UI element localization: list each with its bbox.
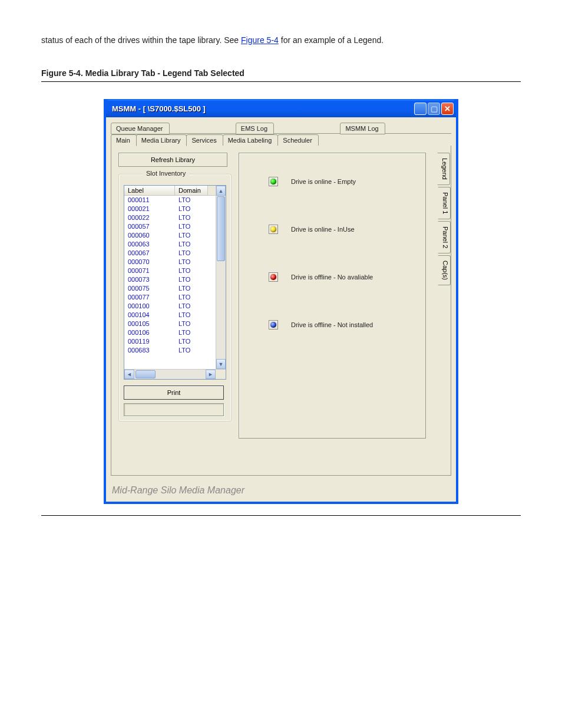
table-row[interactable]: 000022LTO (124, 213, 226, 222)
cell-label: 000100 (124, 302, 175, 311)
cell-domain: LTO (175, 205, 208, 213)
legend-item: Drive is offline - No avaliable (269, 272, 402, 282)
cell-domain: LTO (175, 337, 208, 346)
app-window: MSMM - [ \S7000.$SL500 ] _ ▢ ✕ Queue Man… (104, 100, 458, 503)
figure-rule-top (41, 81, 521, 82)
cell-domain: LTO (175, 302, 208, 311)
cell-domain: LTO (175, 311, 208, 319)
table-row[interactable]: 000077LTO (124, 293, 226, 302)
cell-label: 000106 (124, 328, 175, 337)
cell-label: 000075 (124, 284, 175, 293)
table-row[interactable]: 000073LTO (124, 275, 226, 284)
legend-panel: Drive is online - EmptyDrive is online -… (239, 153, 426, 439)
cell-label: 000119 (124, 337, 175, 346)
cell-domain: LTO (175, 222, 208, 231)
cell-domain: LTO (175, 293, 208, 302)
led-green-icon (269, 177, 278, 186)
tab-media-library[interactable]: Media Library (136, 134, 187, 146)
legend-text: Drive is online - Empty (291, 178, 356, 185)
scroll-corner (216, 370, 226, 379)
cell-label: 000105 (124, 319, 175, 328)
maximize-button[interactable]: ▢ (428, 103, 440, 115)
tab-ems-log[interactable]: EMS Log (236, 123, 274, 134)
table-row[interactable]: 000060LTO (124, 231, 226, 240)
close-button[interactable]: ✕ (441, 103, 454, 115)
legend-text: Drive is offline - No avaliable (291, 274, 373, 281)
table-row[interactable]: 000021LTO (124, 205, 226, 213)
table-row[interactable]: 000070LTO (124, 258, 226, 266)
figure-caption: Figure 5-4. Media Library Tab - Legend T… (41, 68, 521, 78)
slot-inventory-list[interactable]: Label Domain 000011LTO000021LTO000022LTO… (124, 185, 226, 380)
titlebar[interactable]: MSMM - [ \S7000.$SL500 ] _ ▢ ✕ (106, 100, 456, 117)
cell-domain: LTO (175, 231, 208, 240)
led-red-icon (269, 272, 278, 282)
list-header: Label Domain (124, 186, 226, 196)
table-row[interactable]: 000105LTO (124, 319, 226, 328)
intro-text: status of each of the drives within the … (41, 35, 521, 45)
header-label[interactable]: Label (124, 186, 175, 195)
app-footer-text: Mid-Range Silo Media Manager (111, 485, 451, 496)
cell-label: 000077 (124, 293, 175, 302)
scroll-down-icon[interactable]: ▼ (216, 359, 226, 369)
cell-label: 000071 (124, 266, 175, 275)
cell-domain: LTO (175, 266, 208, 275)
figure-link[interactable]: Figure 5-4 (241, 35, 279, 45)
tab-queue-manager[interactable]: Queue Manager (111, 123, 170, 134)
table-row[interactable]: 000067LTO (124, 249, 226, 258)
legend-text: Drive is online - InUse (291, 226, 355, 233)
cell-label: 000021 (124, 205, 175, 213)
minimize-button[interactable]: _ (414, 103, 427, 115)
tab-scheduler[interactable]: Scheduler (277, 134, 319, 146)
cell-label: 000073 (124, 275, 175, 284)
legend-item: Drive is online - InUse (269, 225, 402, 234)
status-field (124, 403, 224, 416)
cell-label: 000057 (124, 222, 175, 231)
table-row[interactable]: 000683LTO (124, 346, 226, 355)
scroll-thumb-v[interactable] (217, 196, 225, 261)
table-row[interactable]: 000104LTO (124, 311, 226, 319)
cell-domain: LTO (175, 213, 208, 222)
table-row[interactable]: 000100LTO (124, 302, 226, 311)
cell-label: 000067 (124, 249, 175, 258)
cell-domain: LTO (175, 196, 208, 205)
tab-row-bottom: MainMedia LibraryServicesMedia LabelingS… (111, 134, 451, 146)
cell-domain: LTO (175, 240, 208, 249)
cell-domain: LTO (175, 319, 208, 328)
left-panel: Refresh Library Slot Inventory Label Dom… (111, 146, 235, 475)
header-domain[interactable]: Domain (175, 186, 208, 195)
table-row[interactable]: 000057LTO (124, 222, 226, 231)
vertical-scrollbar[interactable]: ▲ ▼ (216, 186, 226, 369)
side-tab-cap-s-[interactable]: Cap(s) (438, 255, 451, 285)
table-row[interactable]: 000075LTO (124, 284, 226, 293)
tab-msmm-log[interactable]: MSMM Log (340, 123, 385, 134)
side-tab-panel-1[interactable]: Panel 1 (438, 187, 451, 219)
print-button[interactable]: Print (124, 386, 224, 400)
list-rows: 000011LTO000021LTO000022LTO000057LTO0000… (124, 196, 226, 379)
tab-media-labeling[interactable]: Media Labeling (223, 134, 279, 146)
table-row[interactable]: 000063LTO (124, 240, 226, 249)
refresh-library-button[interactable]: Refresh Library (118, 153, 227, 167)
scroll-right-icon[interactable]: ► (206, 370, 216, 379)
table-row[interactable]: 000119LTO (124, 337, 226, 346)
cell-label: 000063 (124, 240, 175, 249)
tab-row-top: Queue ManagerEMS LogMSMM Log (111, 122, 451, 134)
cell-label: 000104 (124, 311, 175, 319)
right-panel: Drive is online - EmptyDrive is online -… (235, 146, 451, 475)
side-tab-panel-2[interactable]: Panel 2 (438, 221, 451, 253)
tab-main[interactable]: Main (111, 134, 137, 146)
cell-domain: LTO (175, 249, 208, 258)
side-tabs: LegendPanel 1Panel 2Cap(s) (438, 153, 451, 285)
horizontal-scrollbar[interactable]: ◄ ► (124, 369, 226, 379)
scroll-thumb-h[interactable] (135, 370, 156, 378)
tab-services[interactable]: Services (186, 134, 223, 146)
table-row[interactable]: 000071LTO (124, 266, 226, 275)
intro-suffix: for an example of a Legend. (279, 35, 384, 45)
table-row[interactable]: 000106LTO (124, 328, 226, 337)
side-tab-legend[interactable]: Legend (437, 153, 450, 185)
led-blue-icon (269, 320, 278, 330)
table-row[interactable]: 000011LTO (124, 196, 226, 205)
cell-domain: LTO (175, 284, 208, 293)
scroll-left-icon[interactable]: ◄ (124, 370, 134, 379)
cell-label: 000070 (124, 258, 175, 266)
scroll-up-icon[interactable]: ▲ (216, 186, 226, 196)
